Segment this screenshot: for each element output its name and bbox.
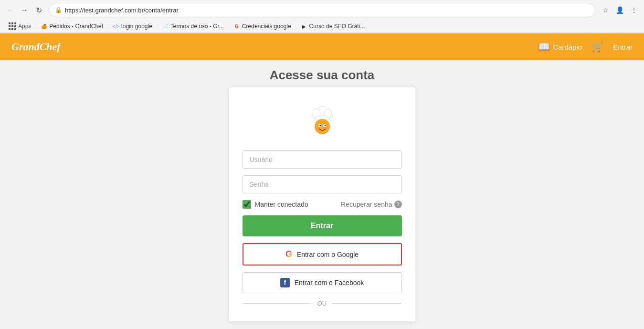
recover-label: Recuperar senha [341,201,392,208]
forward-button[interactable]: → [18,4,31,16]
cart-icon: 🛒 [591,41,603,53]
google-login-button[interactable]: G Entrar com o Google [243,243,402,265]
checkbox-left: Manter conectado [243,200,308,209]
bookmark-termos[interactable]: 📄 Termos de uso - Gr... [158,22,228,31]
seo-favicon: ▶ [301,23,307,30]
facebook-login-button[interactable]: f Entrar com o Facebook [243,272,402,293]
svg-point-4 [324,109,332,117]
menu-button[interactable]: ⋮ [628,4,640,16]
bookmark-login-google[interactable]: </> login google [109,22,156,31]
nav-right: 📖 Cardápio 🛒 Entrar [538,41,633,53]
password-group [243,175,402,193]
username-group [243,150,402,169]
menu-label: Cardápio [553,43,582,51]
ou-label: OU [317,300,327,307]
google-button-label: Entrar com o Google [297,251,359,258]
back-button[interactable]: ← [4,4,16,16]
browser-toolbar: ← → ↻ 🔒 https://test.grandchef.com.br/co… [0,0,644,20]
star-button[interactable]: ☆ [599,4,612,16]
svg-point-10 [317,127,320,130]
facebook-icon: f [280,278,290,287]
navbar: GrandChef 📖 Cardápio 🛒 Entrar [0,33,644,60]
checkbox-row: Manter conectado Recuperar senha ? [243,200,402,209]
main-content: Acesse sua conta [0,60,644,321]
bookmark-pedidos[interactable]: 🍊 Pedidos - GrandChef [37,22,107,31]
profile-button[interactable]: 👤 [613,4,626,16]
ou-divider: OU [243,300,402,307]
termos-label: Termos de uso - Gr... [170,23,224,30]
nav-buttons: ← → ↻ [4,4,45,16]
reload-button[interactable]: ↻ [32,4,45,16]
credenciais-favicon: G [233,23,240,30]
lock-icon: 🔒 [55,7,62,13]
submit-button[interactable]: Entrar [243,215,402,236]
cart-link[interactable]: 🛒 [591,41,603,53]
page-title: Acesse sua conta [270,68,375,83]
svg-point-8 [319,125,321,127]
facebook-button-label: Entrar com o Facebook [295,279,364,287]
login-google-favicon: </> [113,23,119,30]
page: GrandChef 📖 Cardápio 🛒 Entrar Acesse sua… [0,33,644,329]
username-input[interactable] [243,150,402,169]
keep-connected-label: Manter conectado [255,201,308,208]
svg-point-9 [324,125,326,127]
svg-point-5 [315,119,330,134]
chef-bee-container [303,102,341,142]
termos-favicon: 📄 [162,23,169,30]
book-icon: 📖 [538,41,550,53]
apps-grid-icon [9,22,16,30]
site-logo[interactable]: GrandChef [11,41,61,53]
login-card: Manter conectado Recuperar senha ? Entra… [229,87,415,321]
chef-bee-logo [303,102,341,140]
url-text: https://test.grandchef.com.br/conta/entr… [65,7,589,14]
login-nav-label: Entrar [613,43,633,51]
google-g-icon: G [285,249,292,259]
login-nav-link[interactable]: Entrar [613,43,633,51]
apps-label: Apps [18,23,31,30]
pedidos-label: Pedidos - GrandChef [49,23,103,30]
apps-bookmark[interactable]: Apps [5,21,35,31]
browser-chrome: ← → ↻ 🔒 https://test.grandchef.com.br/co… [0,0,644,33]
seo-label: Curso de SEO Gráti... [309,23,365,30]
svg-point-3 [313,109,320,117]
help-icon: ? [394,201,402,208]
browser-actions: ☆ 👤 ⋮ [599,4,640,16]
address-bar[interactable]: 🔒 https://test.grandchef.com.br/conta/en… [49,3,595,17]
menu-link[interactable]: 📖 Cardápio [538,41,582,53]
password-input[interactable] [243,175,402,193]
credenciais-label: Credenciais google [242,23,291,30]
keep-connected-checkbox[interactable] [243,200,251,209]
pedidos-favicon: 🍊 [41,23,47,30]
bookmark-seo[interactable]: ▶ Curso de SEO Gráti... [297,22,369,31]
svg-point-11 [325,127,327,130]
bookmark-credenciais[interactable]: G Credenciais google [230,22,295,31]
login-google-label: login google [121,23,152,30]
bookmarks-bar: Apps 🍊 Pedidos - GrandChef </> login goo… [0,20,644,33]
recover-password-link[interactable]: Recuperar senha ? [341,201,401,208]
